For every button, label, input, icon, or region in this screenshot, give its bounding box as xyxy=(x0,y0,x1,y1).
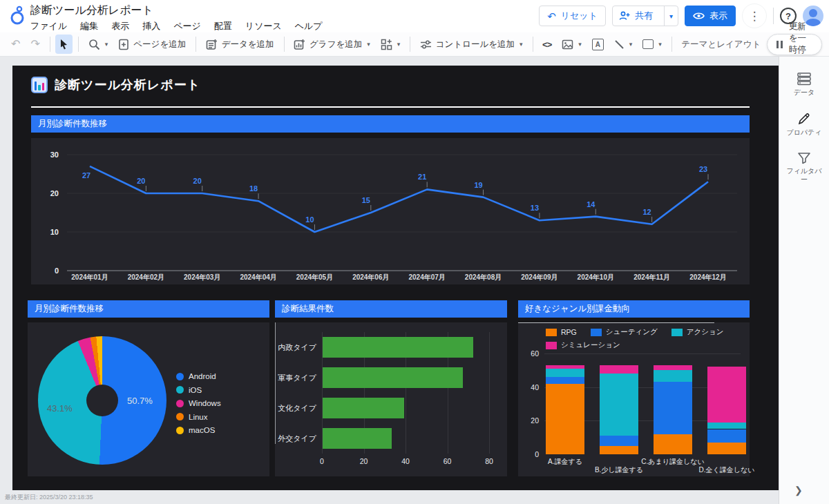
add-control-button[interactable]: コントロールを追加 ▾ xyxy=(416,35,527,54)
bar[interactable] xyxy=(323,428,392,449)
legend-swatch xyxy=(176,400,184,407)
more-options-kebab-icon[interactable]: ⋮ xyxy=(742,3,767,28)
stacked-bar-segment[interactable] xyxy=(546,377,584,384)
image-icon xyxy=(562,39,573,50)
caret-down-icon: ▾ xyxy=(629,41,633,48)
menu-item-6[interactable]: リソース xyxy=(245,20,282,32)
rectangle-icon xyxy=(642,39,654,49)
share-caret[interactable]: ▾ xyxy=(664,6,678,26)
section-header-stacked-chart[interactable]: 好きなジャンル別課金動向 xyxy=(518,300,750,318)
sidebar-item-data[interactable]: データ xyxy=(783,72,825,97)
expand-panel-chevron-icon[interactable]: ❯ xyxy=(794,485,803,496)
reset-button[interactable]: ↶ リセット xyxy=(539,6,606,26)
y-axis-tick-label: 40 xyxy=(521,383,539,391)
image-tool-button[interactable]: ▾ xyxy=(558,35,586,54)
undo-button[interactable]: ↶ xyxy=(7,35,24,54)
section-header-donut-chart[interactable]: 月別診断件数推移 xyxy=(28,300,269,318)
menubar: ファイル編集表示挿入ページ配置リソースヘルプ xyxy=(30,20,323,32)
stacked-bar-segment[interactable] xyxy=(546,365,584,369)
section-header-bar-chart[interactable]: 診断結果件数 xyxy=(275,300,507,318)
pause-updates-button[interactable]: 更新を一時停止 xyxy=(767,34,822,55)
header-divider xyxy=(773,8,774,24)
add-data-button[interactable]: データを追加 xyxy=(202,35,278,54)
legend-item[interactable]: Android xyxy=(176,372,221,380)
bar-chart-panel[interactable]: 020406080内政タイプ軍事タイプ文化タイプ外交タイプ xyxy=(275,322,507,476)
pause-icon xyxy=(776,41,783,48)
stacked-bar-segment[interactable] xyxy=(654,434,692,454)
section-header-line-chart[interactable]: 月別診断件数推移 xyxy=(31,115,750,133)
stacked-bar-segment[interactable] xyxy=(600,365,638,374)
donut-legend: AndroidiOSWindowsLinuxmacOS xyxy=(176,372,221,434)
line-chart-panel[interactable]: 0102030272024年01月202024年02月202024年03月182… xyxy=(31,138,750,284)
menu-item-5[interactable]: 配置 xyxy=(214,20,232,32)
sidebar-item-properties[interactable]: プロパティ xyxy=(783,112,825,137)
text-tool-button[interactable]: A xyxy=(588,35,608,54)
bar[interactable] xyxy=(323,367,463,388)
redo-icon: ↷ xyxy=(30,39,39,50)
menu-item-4[interactable]: ページ xyxy=(173,20,201,32)
redo-button[interactable]: ↷ xyxy=(26,35,44,54)
pie-percent-label: 50.7% xyxy=(127,396,153,406)
legend-item[interactable]: iOS xyxy=(176,386,221,394)
legend-item[interactable]: シミュレーション xyxy=(546,340,620,350)
menu-item-1[interactable]: 編集 xyxy=(80,20,98,32)
document-title[interactable]: 診断ツール分析レポート xyxy=(30,3,153,18)
stacked-bar-segment[interactable] xyxy=(546,369,584,377)
share-button[interactable]: 共有 ▾ xyxy=(612,6,678,26)
pie-percent-label: 43.1% xyxy=(47,403,73,414)
stacked-bar-segment[interactable] xyxy=(707,443,746,454)
stacked-bar-segment[interactable] xyxy=(707,367,746,422)
line-series[interactable] xyxy=(90,166,708,232)
menu-item-7[interactable]: ヘルプ xyxy=(295,20,323,32)
stacked-chart-panel[interactable]: RPGシューティングアクションシミュレーション0204060A.課金するB.少し… xyxy=(518,322,750,476)
text-box-icon: A xyxy=(592,39,604,50)
stacked-gridline xyxy=(544,353,741,354)
menu-item-2[interactable]: 表示 xyxy=(111,20,129,32)
legend-swatch xyxy=(176,427,184,434)
caret-down-icon: ▾ xyxy=(658,41,662,48)
bar[interactable] xyxy=(323,337,473,358)
widget-grid-icon xyxy=(381,39,392,50)
x-axis-line xyxy=(518,322,714,323)
legend-item[interactable]: RPG xyxy=(546,327,577,337)
add-widget-button[interactable]: ▾ xyxy=(377,35,405,54)
edit-toolbar: ↶ ↷ ▾ ページを追加 データを追加 xyxy=(0,32,829,57)
stacked-bar-segment[interactable] xyxy=(707,429,746,443)
line-data-label: 27 xyxy=(82,171,90,180)
stacked-bar-segment[interactable] xyxy=(654,370,692,382)
stacked-bar-segment[interactable] xyxy=(546,384,584,454)
legend-swatch xyxy=(176,413,184,420)
shape-tool-button[interactable]: ▾ xyxy=(638,35,666,54)
donut-chart-panel[interactable]: 50.7%43.1%AndroidiOSWindowsLinuxmacOS xyxy=(28,322,269,476)
legend-item[interactable]: シューティング xyxy=(591,327,658,337)
embed-code-button[interactable]: <> xyxy=(538,35,555,54)
zoom-tool-button[interactable]: ▾ xyxy=(84,35,113,54)
sidebar-item-filter-bar[interactable]: フィルタバー xyxy=(785,152,823,184)
stacked-bar-segment[interactable] xyxy=(707,423,746,429)
stacked-bar-segment[interactable] xyxy=(654,365,692,370)
menu-item-3[interactable]: 挿入 xyxy=(142,20,160,32)
stacked-bar-segment[interactable] xyxy=(600,374,638,436)
line-tool-button[interactable]: ▾ xyxy=(610,35,637,54)
stacked-bar-segment[interactable] xyxy=(600,436,638,446)
bar[interactable] xyxy=(323,398,404,418)
add-chart-button[interactable]: グラフを追加 ▾ xyxy=(289,35,374,54)
report-page[interactable]: 診断ツール分析レポート 月別診断件数推移 0102030272024年01月20… xyxy=(12,66,779,490)
stacked-bar-segment[interactable] xyxy=(600,446,638,454)
line-data-label: 12 xyxy=(643,208,651,216)
add-page-button[interactable]: ページを追加 xyxy=(114,35,190,54)
filter-funnel-icon xyxy=(797,152,811,164)
x-axis-tick-label: 60 xyxy=(437,457,458,465)
theme-layout-button[interactable]: テーマとレイアウト xyxy=(677,35,765,54)
menu-item-0[interactable]: ファイル xyxy=(30,20,67,32)
bar-category-label: 内政タイプ xyxy=(275,332,316,362)
legend-item[interactable]: アクション xyxy=(671,327,724,337)
select-tool-button[interactable] xyxy=(55,35,73,54)
legend-item[interactable]: macOS xyxy=(176,426,221,434)
line-data-label: 10 xyxy=(305,215,314,224)
x-axis-label: 2024年09月 xyxy=(521,273,558,281)
legend-item[interactable]: Windows xyxy=(176,399,221,407)
stacked-bar-segment[interactable] xyxy=(654,382,692,434)
view-button[interactable]: 表示 xyxy=(685,6,736,26)
legend-item[interactable]: Linux xyxy=(176,413,221,421)
